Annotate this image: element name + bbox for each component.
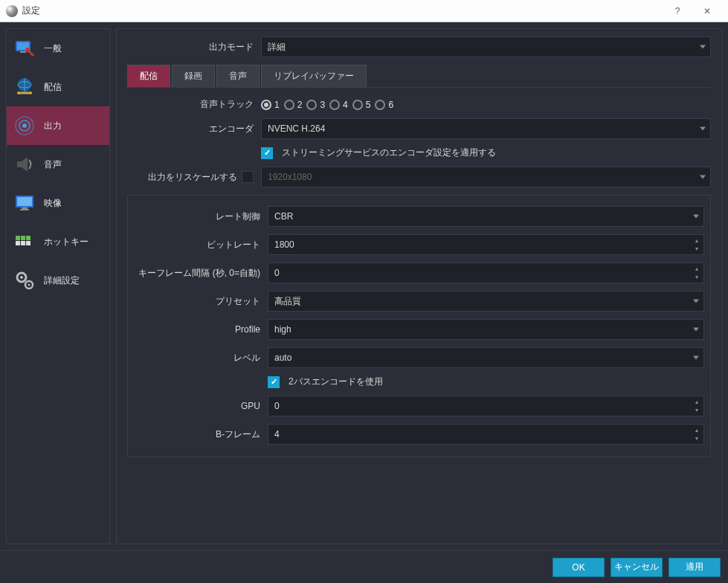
svg-point-24 (28, 284, 30, 286)
gpu-input[interactable]: 0 ▲▼ (268, 396, 704, 416)
keyframe-value: 0 (274, 268, 280, 278)
sidebar-item-advanced[interactable]: 詳細設定 (7, 261, 109, 300)
sidebar-item-output[interactable]: 出力 (7, 106, 109, 145)
svg-point-3 (25, 48, 30, 52)
tab-recording[interactable]: 録画 (172, 65, 215, 87)
rescale-checkbox[interactable] (242, 171, 254, 183)
chevron-down-icon (700, 45, 706, 49)
sidebar-item-label: 出力 (44, 120, 62, 132)
titlebar: 設定 ? ✕ (0, 0, 728, 22)
two-pass-checkbox[interactable] (268, 376, 280, 388)
svg-rect-18 (16, 241, 20, 245)
audio-track-5[interactable]: 5 (352, 100, 371, 110)
svg-rect-12 (17, 197, 32, 206)
audio-track-4[interactable]: 4 (329, 100, 348, 110)
settings-sidebar: 一般 配信 出力 音声 映像 (6, 28, 110, 544)
level-value: auto (274, 352, 291, 363)
gears-icon (13, 268, 36, 292)
output-mode-label: 出力モード (127, 41, 261, 54)
rate-control-select[interactable]: CBR (268, 206, 704, 227)
sidebar-item-label: 詳細設定 (44, 274, 80, 287)
globe-link-icon (13, 75, 36, 99)
close-icon[interactable]: ✕ (692, 1, 722, 22)
settings-content: 出力モード 詳細 配信 録画 音声 リプレイバッファー 音声トラック 1 2 3… (116, 28, 722, 544)
broadcast-icon (13, 114, 36, 138)
spin-down-icon[interactable]: ▼ (692, 245, 702, 253)
sidebar-item-audio[interactable]: 音声 (7, 145, 109, 184)
audio-track-3[interactable]: 3 (306, 100, 325, 110)
bitrate-value: 1800 (274, 239, 294, 250)
speaker-icon (13, 152, 36, 176)
bframes-label: B-フレーム (134, 428, 268, 441)
sidebar-item-stream[interactable]: 配信 (7, 68, 109, 106)
svg-point-7 (29, 91, 32, 94)
preset-value: 高品質 (274, 295, 301, 308)
level-label: レベル (134, 352, 268, 364)
svg-point-6 (17, 91, 20, 94)
audio-track-1[interactable]: 1 (261, 100, 280, 110)
bframes-input[interactable]: 4 ▲▼ (268, 424, 704, 445)
ok-button[interactable]: OK (553, 558, 605, 577)
sidebar-item-label: 映像 (44, 197, 62, 210)
sidebar-item-label: 配信 (44, 81, 62, 94)
profile-value: high (274, 324, 291, 335)
sidebar-item-label: ホットキー (44, 236, 88, 248)
rescale-value: 1920x1080 (268, 172, 312, 182)
svg-point-22 (20, 276, 23, 279)
spin-down-icon[interactable]: ▼ (692, 273, 702, 281)
monitor-icon (13, 191, 36, 215)
svg-rect-16 (21, 236, 25, 240)
audio-track-label: 音声トラック (127, 98, 261, 111)
rescale-select[interactable]: 1920x1080 (261, 167, 711, 187)
output-mode-value: 詳細 (268, 41, 286, 54)
chevron-down-icon (693, 328, 699, 332)
svg-rect-2 (20, 51, 26, 53)
svg-point-8 (22, 123, 27, 128)
sidebar-item-general[interactable]: 一般 (7, 29, 109, 68)
spin-up-icon[interactable]: ▲ (692, 398, 702, 406)
apply-service-label: ストリーミングサービスのエンコーダ設定を適用する (282, 146, 496, 159)
chevron-down-icon (693, 300, 699, 303)
rate-control-value: CBR (274, 211, 293, 222)
spin-down-icon[interactable]: ▼ (692, 406, 702, 414)
apply-service-checkbox[interactable] (261, 147, 273, 159)
level-select[interactable]: auto (268, 347, 704, 368)
spin-up-icon[interactable]: ▲ (692, 236, 702, 245)
audio-track-6[interactable]: 6 (375, 100, 393, 110)
profile-select[interactable]: high (268, 319, 704, 340)
sidebar-item-label: 一般 (44, 42, 62, 55)
spin-up-icon[interactable]: ▲ (692, 426, 702, 434)
gpu-label: GPU (134, 401, 268, 411)
preset-label: プリセット (134, 295, 268, 308)
svg-rect-19 (21, 241, 25, 245)
rate-control-label: レート制御 (134, 210, 268, 223)
encoder-label: エンコーダ (127, 123, 261, 135)
audio-track-group: 1 2 3 4 5 6 (261, 100, 711, 110)
tab-audio[interactable]: 音声 (216, 65, 260, 87)
svg-rect-17 (26, 236, 30, 240)
svg-rect-13 (22, 207, 28, 209)
bitrate-input[interactable]: 1800 ▲▼ (268, 234, 704, 255)
encoder-select[interactable]: NVENC H.264 (261, 118, 711, 139)
spin-up-icon[interactable]: ▲ (692, 265, 702, 273)
apply-button[interactable]: 適用 (669, 558, 721, 577)
cancel-button[interactable]: キャンセル (611, 558, 663, 577)
spin-down-icon[interactable]: ▼ (692, 434, 702, 442)
keyframe-input[interactable]: 0 ▲▼ (268, 262, 704, 283)
tab-streaming[interactable]: 配信 (127, 65, 170, 87)
preset-select[interactable]: 高品質 (268, 291, 704, 312)
encoder-value: NVENC H.264 (268, 123, 325, 134)
output-mode-select[interactable]: 詳細 (261, 36, 711, 57)
bframes-value: 4 (274, 429, 280, 439)
keyframe-label: キーフレーム間隔 (秒, 0=自動) (134, 267, 268, 280)
tab-replay-buffer[interactable]: リプレイバッファー (261, 65, 367, 87)
audio-track-2[interactable]: 2 (284, 100, 303, 110)
help-icon[interactable]: ? (663, 1, 692, 22)
gpu-value: 0 (274, 401, 280, 411)
svg-rect-14 (20, 209, 29, 210)
chevron-down-icon (693, 356, 699, 360)
window-title: 設定 (22, 4, 663, 17)
sidebar-item-video[interactable]: 映像 (7, 184, 109, 222)
sidebar-item-hotkeys[interactable]: ホットキー (7, 222, 109, 261)
encoder-settings-section: レート制御 CBR ビットレート 1800 ▲▼ (127, 195, 711, 457)
